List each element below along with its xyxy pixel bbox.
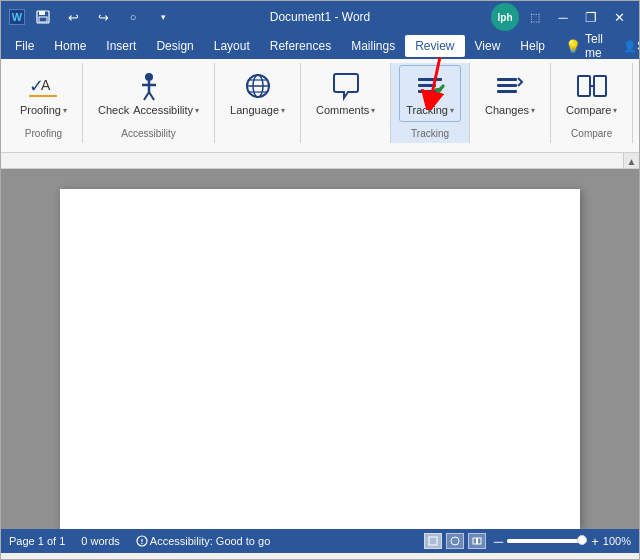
compare-group-label: Compare [571, 128, 612, 139]
window-title: Document1 - Word [270, 10, 370, 24]
close-button[interactable]: ✕ [607, 5, 631, 29]
zoom-in-button[interactable]: + [591, 534, 599, 549]
ruler-collapse-button[interactable]: ▲ [623, 153, 639, 169]
svg-rect-34 [473, 538, 477, 544]
title-bar: W ↩ ↪ ○ ▾ Document1 - Word lph ⬚ ─ ❐ ✕ [1, 1, 639, 33]
view-mode-icons [424, 533, 486, 549]
user-profile[interactable]: lph [491, 3, 519, 31]
tracking-icon [414, 70, 446, 102]
zoom-level[interactable]: 100% [603, 535, 631, 547]
svg-rect-25 [594, 76, 606, 96]
redo-button[interactable]: ↪ [91, 5, 115, 29]
svg-line-10 [149, 92, 154, 100]
read-view[interactable] [468, 533, 486, 549]
menu-view[interactable]: View [465, 35, 511, 57]
status-bar-right: ─ + 100% [424, 533, 631, 549]
menu-references[interactable]: References [260, 35, 341, 57]
loading-indicator: ○ [121, 5, 145, 29]
svg-rect-24 [578, 76, 590, 96]
restore-button[interactable]: ❐ [579, 5, 603, 29]
protect-group: Protect▾ [633, 63, 640, 143]
print-layout-view[interactable] [424, 533, 442, 549]
check-accessibility-button[interactable]: CheckAccessibility▾ [91, 65, 206, 122]
menu-home[interactable]: Home [44, 35, 96, 57]
tracking-button[interactable]: Tracking▾ [399, 65, 461, 122]
svg-point-6 [145, 73, 153, 81]
compare-button[interactable]: Compare▾ [559, 65, 624, 122]
svg-rect-23 [497, 90, 517, 93]
accessibility-group-label: Accessibility [121, 128, 175, 139]
compare-icon [576, 70, 608, 102]
zoom-area: ─ + 100% [494, 534, 631, 549]
tell-me-input[interactable]: 💡 Tell me [555, 35, 613, 57]
comments-group: Comments▾ [301, 63, 391, 143]
svg-rect-2 [39, 17, 47, 22]
comments-button[interactable]: Comments▾ [309, 65, 382, 122]
proofing-label: Proofing▾ [20, 104, 67, 117]
word-icon: W [9, 9, 25, 25]
status-bar: Page 1 of 1 0 words Accessibility: Good … [1, 529, 639, 553]
menu-design[interactable]: Design [146, 35, 203, 57]
accessibility-icon [133, 70, 165, 102]
changes-button[interactable]: Changes▾ [478, 65, 542, 122]
svg-point-33 [451, 537, 459, 545]
menu-bar: File Home Insert Design Layout Reference… [1, 33, 639, 59]
svg-rect-19 [418, 84, 436, 87]
svg-point-31 [141, 543, 142, 544]
changes-group: Changes▾ [470, 63, 551, 143]
changes-label: Changes▾ [485, 104, 535, 117]
accessibility-group: CheckAccessibility▾ Accessibility [83, 63, 215, 143]
svg-line-9 [144, 92, 149, 100]
zoom-slider[interactable] [507, 539, 587, 543]
compare-group: Compare▾ Compare [551, 63, 633, 143]
accessibility-status[interactable]: Accessibility: Good to go [136, 535, 270, 547]
minimize-button[interactable]: ─ [551, 5, 575, 29]
language-icon [242, 70, 274, 102]
undo-button[interactable]: ↩ [61, 5, 85, 29]
proofing-group: ✓ A Proofing▾ Proofing [5, 63, 83, 143]
menu-mailings[interactable]: Mailings [341, 35, 405, 57]
share-button[interactable]: 👤 Share [613, 35, 640, 57]
svg-text:A: A [41, 77, 51, 93]
zoom-out-button[interactable]: ─ [494, 534, 503, 549]
svg-rect-22 [497, 84, 517, 87]
title-bar-right: lph ⬚ ─ ❐ ✕ [491, 3, 631, 31]
language-button[interactable]: Language▾ [223, 65, 292, 122]
document-area [1, 169, 639, 529]
changes-icon [494, 70, 526, 102]
status-bar-left: Page 1 of 1 0 words Accessibility: Good … [9, 535, 270, 547]
ribbon-display-button[interactable]: ⬚ [523, 5, 547, 29]
menu-file[interactable]: File [5, 35, 44, 57]
proofing-button[interactable]: ✓ A Proofing▾ [13, 65, 74, 122]
menu-help[interactable]: Help [510, 35, 555, 57]
customize-quick-access-button[interactable]: ▾ [151, 5, 175, 29]
compare-label: Compare▾ [566, 104, 617, 117]
ribbon-groups: ✓ A Proofing▾ Proofing [5, 63, 635, 152]
svg-rect-21 [497, 78, 517, 81]
document-page[interactable] [60, 189, 580, 529]
language-label: Language▾ [230, 104, 285, 117]
svg-rect-1 [39, 11, 45, 15]
language-group: Language▾ [215, 63, 301, 143]
tracking-group: Tracking▾ Tracking [391, 63, 470, 143]
title-bar-left: W ↩ ↪ ○ ▾ [9, 5, 175, 29]
ruler: ▲ [1, 153, 639, 169]
page-indicator[interactable]: Page 1 of 1 [9, 535, 65, 547]
svg-rect-32 [429, 537, 437, 545]
web-view[interactable] [446, 533, 464, 549]
svg-rect-35 [478, 538, 482, 544]
menu-layout[interactable]: Layout [204, 35, 260, 57]
menu-insert[interactable]: Insert [96, 35, 146, 57]
comments-label: Comments▾ [316, 104, 375, 117]
proofing-group-label: Proofing [25, 128, 62, 139]
proofing-icon: ✓ A [27, 70, 59, 102]
accessibility-label: CheckAccessibility▾ [98, 104, 199, 117]
menu-review[interactable]: Review [405, 35, 464, 57]
word-count[interactable]: 0 words [81, 535, 120, 547]
save-quick-button[interactable] [31, 5, 55, 29]
tracking-group-label: Tracking [411, 128, 449, 139]
comments-icon [330, 70, 362, 102]
svg-rect-18 [418, 78, 442, 81]
ribbon: ✓ A Proofing▾ Proofing [1, 59, 639, 153]
tracking-label: Tracking▾ [406, 104, 454, 117]
